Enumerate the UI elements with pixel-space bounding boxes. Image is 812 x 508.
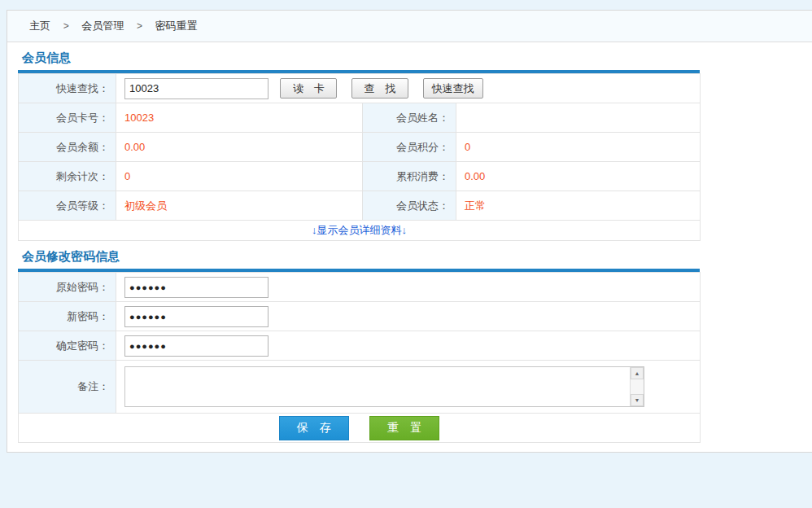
card-number-label: 会员卡号： [19, 103, 116, 133]
new-password-label: 新密码： [19, 302, 116, 331]
member-info-title: 会员信息 [22, 50, 812, 66]
table-row: 会员卡号： 10023 会员姓名： [19, 103, 701, 133]
password-section-title: 会员修改密码信息 [22, 249, 812, 265]
member-level-value: 初级会员 [116, 191, 363, 221]
confirm-password-cell [116, 331, 701, 361]
original-password-cell [116, 273, 701, 302]
confirm-password-field[interactable] [124, 335, 268, 357]
balance-label: 会员余额： [19, 133, 116, 162]
remark-textarea[interactable] [125, 367, 630, 406]
member-level-label: 会员等级： [19, 191, 116, 221]
quick-find-button[interactable]: 快速查找 [423, 78, 483, 99]
actions-row: 保 存 重 置 [19, 414, 701, 443]
confirm-password-label: 确定密码： [19, 331, 116, 361]
original-password-label: 原始密码： [19, 273, 116, 302]
quick-find-cell: 读 卡 查 找 快速查找 [116, 74, 701, 103]
total-consumption-label: 累积消费： [363, 162, 456, 191]
remaining-times-value: 0 [116, 162, 363, 191]
password-table: 原始密码： 新密码： 确定密码： 备注： ▲ [18, 272, 701, 443]
table-row: 剩余计次： 0 累积消费： 0.00 [19, 162, 701, 191]
quick-find-input[interactable] [124, 78, 268, 99]
member-info-table: 快速查找： 读 卡 查 找 快速查找 会员卡号： 10023 会员姓名： 会员余… [18, 73, 701, 241]
table-row: 确定密码： [19, 331, 701, 361]
remaining-times-label: 剩余计次： [19, 162, 116, 191]
breadcrumb-home[interactable]: 主页 [29, 20, 50, 32]
table-row: 原始密码： [19, 273, 701, 302]
scroll-down-icon[interactable]: ▼ [631, 394, 644, 406]
new-password-field[interactable] [124, 306, 268, 327]
member-status-value: 正常 [456, 191, 701, 221]
quick-find-row: 快速查找： 读 卡 查 找 快速查找 [19, 74, 701, 103]
textarea-scrollbar[interactable]: ▲ ▼ [630, 367, 644, 406]
points-value: 0 [456, 133, 701, 162]
new-password-cell [116, 302, 701, 331]
card-number-value: 10023 [116, 103, 363, 133]
detail-link-row: ↓显示会员详细资料↓ [19, 221, 701, 241]
breadcrumb-password-reset: 密码重置 [155, 20, 198, 32]
search-button[interactable]: 查 找 [351, 78, 408, 99]
remark-cell: ▲ ▼ [116, 361, 701, 414]
member-status-label: 会员状态： [363, 191, 456, 221]
table-row: 新密码： [19, 302, 701, 331]
points-label: 会员积分： [363, 133, 456, 162]
read-card-button[interactable]: 读 卡 [280, 78, 337, 99]
total-consumption-value: 0.00 [456, 162, 701, 191]
show-member-detail-link[interactable]: ↓显示会员详细资料↓ [312, 224, 407, 236]
member-name-value [456, 103, 701, 133]
original-password-field[interactable] [124, 277, 268, 298]
main-panel: 主页 > 会员管理 > 密码重置 会员信息 快速查找： 读 卡 查 找 快速查找… [7, 10, 812, 453]
breadcrumb-member-management[interactable]: 会员管理 [81, 20, 124, 32]
remark-textarea-wrap: ▲ ▼ [124, 366, 644, 407]
breadcrumb: 主页 > 会员管理 > 密码重置 [7, 11, 812, 42]
table-row: 会员等级： 初级会员 会员状态： 正常 [19, 191, 701, 221]
table-row: 会员余额： 0.00 会员积分： 0 [19, 133, 701, 162]
reset-button[interactable]: 重 置 [369, 416, 439, 440]
scroll-up-icon[interactable]: ▲ [631, 367, 644, 379]
save-button[interactable]: 保 存 [279, 416, 349, 440]
quick-find-label: 快速查找： [19, 74, 116, 103]
remark-label: 备注： [19, 361, 116, 414]
breadcrumb-separator: > [137, 20, 142, 32]
member-name-label: 会员姓名： [363, 103, 456, 133]
balance-value: 0.00 [116, 133, 363, 162]
remark-row: 备注： ▲ ▼ [19, 361, 701, 414]
breadcrumb-separator: > [63, 20, 69, 32]
